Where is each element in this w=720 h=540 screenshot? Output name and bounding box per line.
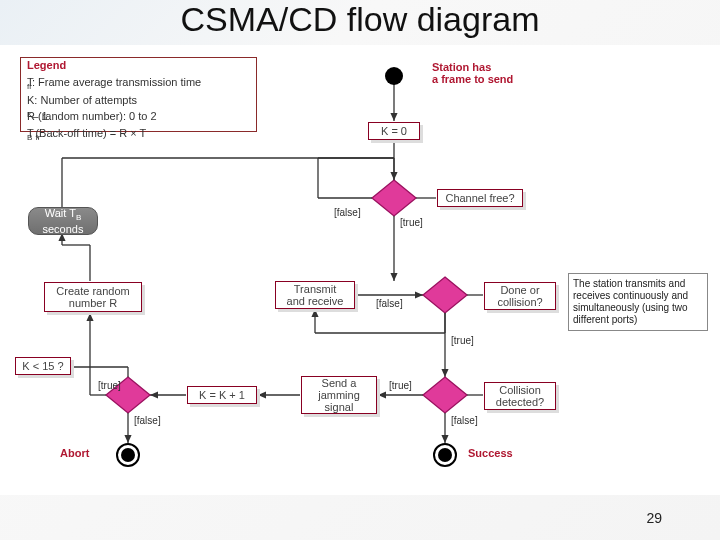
create-r-box: Create random number R [44, 282, 142, 312]
wait-tb-text: Wait TB seconds [43, 207, 84, 234]
flow-diagram: Legend Tfr: Frame average transmission t… [0, 45, 720, 495]
legend-box: Legend Tfr: Frame average transmission t… [20, 57, 257, 132]
legend-l1-post: : Frame average transmission time [32, 75, 201, 91]
legend-line-2: K: Number of attempts [27, 93, 250, 109]
edge-label-false: [false] [334, 207, 361, 218]
collision-detected-label: Collision detected? [484, 382, 556, 410]
legend-line-3: R (random number): 0 to 2K – 1 [27, 109, 250, 127]
page-title: CSMA/CD flow diagram [0, 0, 720, 39]
channel-free-label: Channel free? [437, 189, 523, 207]
edge-label-true: [true] [451, 335, 474, 346]
start-node [385, 67, 403, 85]
edge-label-false: [false] [134, 415, 161, 426]
svg-marker-11 [423, 277, 467, 313]
k-inc-box: K = K + 1 [187, 386, 257, 404]
edge-label-false: [false] [376, 298, 403, 309]
legend-heading: Legend [27, 58, 250, 74]
legend-l4-pre: T [27, 126, 34, 142]
wait-tb-pre: Wait T [45, 207, 76, 219]
abort-label: Abort [60, 447, 89, 459]
wait-tb-post: seconds [43, 223, 84, 235]
svg-marker-2 [372, 180, 416, 216]
done-collision-label: Done or collision? [484, 282, 556, 310]
svg-marker-17 [423, 377, 467, 413]
legend-line-1: Tfr: Frame average transmission time [27, 75, 250, 93]
edge-label-true: [true] [389, 380, 412, 391]
edge-label-false: [false] [451, 415, 478, 426]
k-init-box: K = 0 [368, 122, 420, 140]
success-label: Success [468, 447, 513, 459]
edge-label-true: [true] [98, 380, 121, 391]
page-number: 29 [646, 510, 662, 526]
wait-tb-box: Wait TB seconds [28, 207, 98, 235]
legend-line-4: TB (Back-off time) = R × Tfr [27, 126, 250, 144]
start-label: Station has a frame to send [432, 61, 552, 85]
legend-l4-mid: (Back-off time) = R × T [35, 126, 146, 142]
jamming-box: Send a jamming signal [301, 376, 377, 414]
wait-tb-sub: B [76, 214, 81, 223]
k-lt15-label: K < 15 ? [15, 357, 71, 375]
edge-label-true: [true] [400, 217, 423, 228]
transmit-box: Transmit and receive [275, 281, 355, 309]
abort-end [116, 443, 140, 467]
annotation-box: The station transmits and receives conti… [568, 273, 708, 331]
legend-l3-post: – 1 [32, 109, 47, 125]
success-end [433, 443, 457, 467]
